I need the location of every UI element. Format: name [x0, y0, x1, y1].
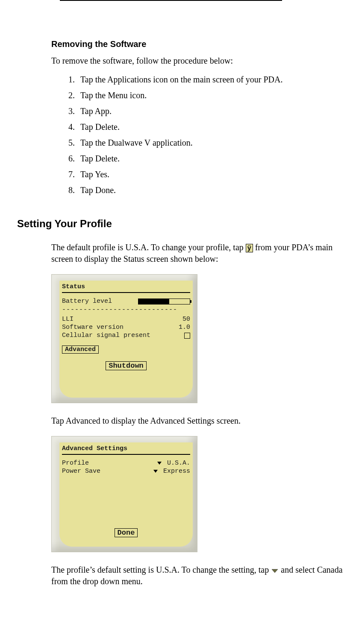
lli-label: LLI [62, 316, 74, 323]
software-version-value: 1.0 [179, 324, 190, 331]
heading-setting-profile: Setting Your Profile [17, 218, 353, 230]
step-item: Tap Yes. [77, 167, 353, 182]
status-screen: Status Battery level -------------------… [59, 281, 193, 398]
profile-paragraph-1: The default profile is U.S.A. To change … [51, 242, 353, 265]
status-app-icon: ÿ [246, 244, 253, 252]
advanced-settings-title: Advanced Settings [62, 445, 190, 455]
lli-value: 50 [182, 316, 190, 323]
header-rule [60, 0, 282, 1]
step-item: Tap App. [77, 103, 353, 119]
shutdown-button[interactable]: Shutdown [106, 361, 147, 370]
battery-row: Battery level [62, 297, 190, 305]
power-save-value: Express [163, 468, 190, 475]
step-item: Tap the Menu icon. [77, 88, 353, 103]
divider-dashes: --------------------------- [62, 306, 190, 313]
cellular-label: Cellular signal present [62, 332, 150, 339]
step-item: Tap Delete. [77, 119, 353, 135]
profile-field-label: Profile [62, 460, 89, 467]
spacer [62, 475, 190, 527]
battery-label: Battery level [62, 298, 112, 305]
cellular-checkbox[interactable] [184, 333, 190, 339]
dropdown-caret-icon [271, 568, 279, 573]
done-button[interactable]: Done [115, 528, 138, 537]
cellular-row: Cellular signal present [62, 331, 190, 340]
removing-intro: To remove the software, follow the proce… [51, 55, 353, 67]
status-title: Status [62, 283, 190, 293]
svg-marker-0 [272, 569, 278, 573]
software-version-row: Software version 1.0 [62, 323, 190, 331]
shutdown-button-row: Shutdown [62, 361, 190, 370]
done-button-row: Done [62, 528, 190, 537]
advanced-button[interactable]: Advanced [62, 345, 99, 354]
chevron-down-icon [157, 462, 162, 465]
power-save-row: Power Save Express [62, 467, 190, 475]
profile-row: Profile U.S.A. [62, 459, 190, 467]
step-item: Tap Delete. [77, 151, 353, 167]
advanced-settings-screen: Advanced Settings Profile U.S.A. Power S… [59, 442, 193, 547]
profile-paragraph-2: Tap Advanced to display the Advanced Set… [51, 415, 353, 427]
profile-paragraph-3: The profile’s default setting is U.S.A. … [51, 564, 353, 587]
profile-para1-a: The default profile is U.S.A. To change … [51, 243, 246, 252]
document-page: Removing the Software To remove the soft… [0, 0, 353, 609]
step-item: Tap Done. [77, 182, 353, 198]
step-item: Tap the Applications icon on the main sc… [77, 72, 353, 88]
status-screen-figure: Status Battery level -------------------… [51, 274, 197, 403]
profile-value: U.S.A. [167, 460, 190, 467]
step-item: Tap the Dualwave V application. [77, 135, 353, 151]
battery-fill [138, 299, 169, 304]
power-save-dropdown[interactable]: Express [152, 468, 190, 475]
heading-removing-software: Removing the Software [51, 39, 353, 49]
battery-meter [138, 299, 190, 304]
lli-row: LLI 50 [62, 315, 190, 323]
chevron-down-icon [153, 470, 158, 473]
software-version-label: Software version [62, 324, 124, 331]
power-save-label: Power Save [62, 468, 100, 475]
advanced-button-row: Advanced [62, 345, 190, 354]
removing-steps-list: Tap the Applications icon on the main sc… [64, 72, 353, 198]
battery-tip [190, 300, 191, 303]
profile-para3-a: The profile’s default setting is U.S.A. … [51, 565, 271, 574]
advanced-settings-figure: Advanced Settings Profile U.S.A. Power S… [51, 436, 197, 552]
profile-dropdown[interactable]: U.S.A. [156, 460, 190, 467]
